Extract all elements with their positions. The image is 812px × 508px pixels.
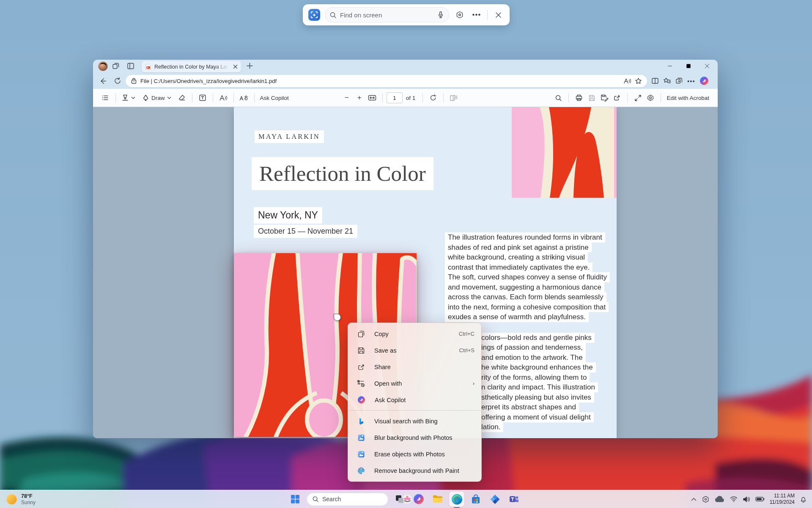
browser-tab[interactable]: Reflection in Color by Maya Larki: [142, 61, 241, 72]
window-close-icon[interactable]: [698, 60, 716, 72]
more-dots-icon[interactable]: •••: [687, 77, 695, 85]
clock-time: 11:11 AM: [770, 493, 795, 499]
fit-width-icon[interactable]: [366, 91, 379, 104]
highlighter-button[interactable]: [120, 91, 137, 104]
menu-item-erase-objects-photos[interactable]: Erase objects with Photos: [348, 446, 481, 462]
address-bar: File | C:/Users/Onedrive/s_izza/lovegive…: [93, 73, 718, 89]
save-icon: [585, 91, 598, 104]
menu-item-blur-background-photos[interactable]: Blur background with Photos: [348, 429, 481, 446]
ask-copilot-button[interactable]: Ask Copilot: [258, 91, 291, 104]
share-icon[interactable]: [611, 91, 623, 104]
artwork-thumbnail[interactable]: [512, 107, 617, 198]
menu-item-copy[interactable]: Copy Ctrl+C: [348, 326, 481, 342]
task-view-icon[interactable]: [392, 491, 407, 507]
taskbar: 78°F Sunny: [0, 490, 812, 508]
rotate-icon[interactable]: [427, 91, 439, 104]
find-input[interactable]: [340, 11, 433, 19]
copilot-icon[interactable]: [700, 76, 709, 86]
tab-title: Reflection in Color by Maya Larki: [154, 64, 230, 70]
more-dots-icon[interactable]: •••: [470, 8, 483, 21]
screen-search-icon: [308, 8, 321, 21]
bell-icon[interactable]: [800, 496, 807, 503]
find-on-screen-bar: •••: [303, 4, 510, 25]
menu-item-ask-copilot[interactable]: Ask Copilot: [348, 392, 481, 408]
weather-widget[interactable]: 78°F Sunny: [6, 493, 36, 505]
tab-groups-icon[interactable]: [675, 77, 683, 85]
mouse-cursor: [334, 314, 341, 321]
minimize-icon[interactable]: [661, 60, 679, 72]
menu-item-share[interactable]: Share: [348, 359, 481, 375]
menu-item-save-as[interactable]: Save as Ctrl+S: [348, 342, 481, 359]
read-aloud-icon[interactable]: [217, 91, 230, 104]
volume-icon[interactable]: [743, 496, 750, 502]
expand-icon[interactable]: [631, 91, 644, 104]
windows-start-icon[interactable]: [288, 491, 303, 507]
artist-name: MAYA LARKIN: [255, 130, 324, 143]
exhibit-location: New York, NY: [254, 207, 322, 224]
save-icon: [357, 347, 365, 354]
new-tab-icon[interactable]: [246, 62, 253, 69]
cube-icon[interactable]: [702, 495, 710, 503]
edit-with-acrobat-button[interactable]: Edit with Acrobat: [665, 91, 711, 104]
edge-icon[interactable]: [449, 491, 464, 507]
share-icon: [357, 363, 365, 371]
menu-separator: [349, 410, 480, 411]
image-context-menu: Copy Ctrl+C Save as Ctrl+S Share Open wi…: [348, 323, 482, 482]
favorite-star-icon[interactable]: [635, 77, 642, 85]
wifi-icon[interactable]: [730, 496, 738, 502]
search-icon[interactable]: [552, 91, 565, 104]
avatar[interactable]: [98, 61, 108, 71]
page-number-input[interactable]: [387, 92, 403, 103]
file-badge-icon[interactable]: [131, 77, 137, 84]
draw-button[interactable]: Draw: [140, 91, 173, 104]
refresh-icon[interactable]: [114, 77, 121, 85]
tab-close-icon[interactable]: [233, 64, 238, 69]
split-screen-icon[interactable]: [651, 77, 659, 85]
settings-gear-icon[interactable]: [644, 91, 657, 104]
onedrive-cloud-icon[interactable]: [715, 496, 725, 502]
taskbar-search-input[interactable]: [322, 496, 399, 502]
m365-icon[interactable]: [487, 491, 502, 507]
tab-strip: Reflection in Color by Maya Larki: [93, 60, 718, 73]
teams-icon[interactable]: [506, 491, 521, 507]
zoom-in-button[interactable]: +: [353, 91, 366, 104]
menu-item-open-with[interactable]: Open with ›: [348, 375, 481, 392]
weather-temp: 78°F: [21, 493, 36, 500]
save-as-icon[interactable]: [598, 91, 611, 104]
pdf-file-icon: [145, 64, 151, 70]
document-title: Reflection in Color: [252, 157, 433, 190]
cube-icon[interactable]: [453, 8, 466, 21]
copy-icon: [357, 330, 365, 338]
eraser-icon[interactable]: [176, 91, 188, 104]
sidebar-icon[interactable]: [127, 62, 134, 70]
file-explorer-icon[interactable]: [430, 491, 445, 507]
mic-icon[interactable]: [437, 11, 444, 19]
search-icon: [312, 496, 319, 502]
zoom-out-button[interactable]: −: [340, 91, 353, 104]
page-total-label: of 1: [406, 95, 416, 101]
maximize-icon[interactable]: [680, 60, 697, 72]
menu-item-visual-search-bing[interactable]: Visual search with Bing: [348, 413, 481, 429]
copilot-icon[interactable]: [411, 491, 426, 507]
translate-icon[interactable]: [238, 91, 250, 104]
clock[interactable]: 11:11 AM 11/19/2024: [770, 493, 795, 505]
close-icon[interactable]: [492, 8, 505, 21]
back-icon[interactable]: [99, 77, 107, 85]
taskbar-search-box[interactable]: [307, 493, 388, 506]
read-aloud-icon[interactable]: [623, 77, 631, 85]
url-field[interactable]: File | C:/Users/Onedrive/s_izza/lovegive…: [126, 75, 647, 87]
highlighter-icon: [121, 94, 129, 102]
text-box-icon[interactable]: [196, 91, 209, 104]
print-icon[interactable]: [573, 91, 585, 104]
find-search-field[interactable]: [325, 7, 449, 22]
battery-icon[interactable]: [755, 497, 765, 502]
chevron-up-icon[interactable]: [691, 497, 697, 501]
collections-icon[interactable]: [663, 77, 671, 85]
toc-icon[interactable]: [99, 91, 112, 104]
workspaces-icon[interactable]: [112, 62, 120, 70]
address-text: File | C:/Users/Onedrive/s_izza/lovegive…: [140, 78, 620, 84]
menu-item-remove-background-paint[interactable]: Remove background with Paint: [348, 462, 481, 479]
search-icon: [329, 11, 337, 19]
store-icon[interactable]: [468, 491, 483, 507]
taskbar-center: [288, 491, 521, 507]
